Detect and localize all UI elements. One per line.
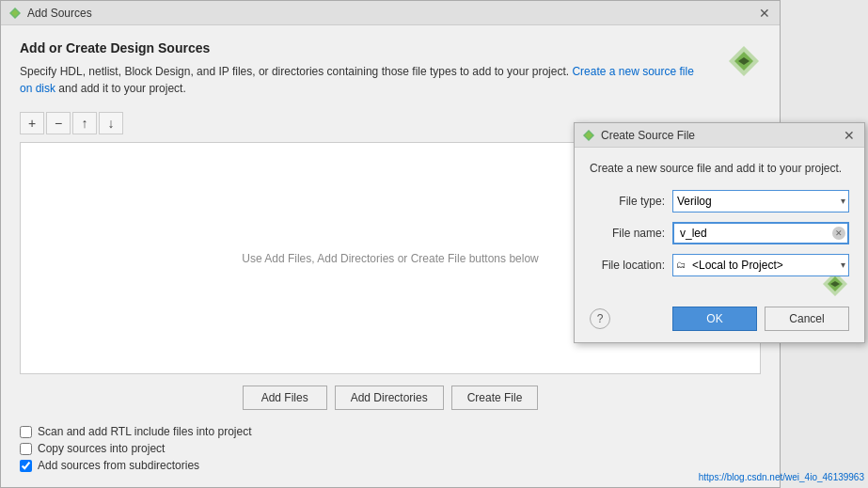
file-name-input[interactable]	[672, 222, 849, 244]
cancel-button[interactable]: Cancel	[765, 307, 849, 331]
copy-sources-checkbox[interactable]	[20, 443, 32, 455]
move-up-toolbar-button[interactable]: ↑	[72, 112, 97, 134]
create-source-dialog: Create Source File ✕ Create a new source…	[574, 122, 865, 343]
file-location-row: File location: <Local to Project> 🗂 ▾	[590, 254, 849, 276]
file-name-input-wrapper: ✕	[672, 222, 849, 244]
copy-sources-label: Copy sources into project	[38, 442, 165, 455]
add-file-toolbar-button[interactable]: +	[20, 112, 44, 134]
file-location-label: File location:	[590, 259, 665, 272]
add-subdirectories-checkbox-row[interactable]: Add sources from subdirectories	[20, 459, 761, 472]
create-source-title: Create Source File	[601, 129, 695, 142]
file-name-row: File name: ✕	[590, 222, 849, 244]
create-source-titlebar: Create Source File ✕	[575, 123, 864, 148]
add-icon: +	[28, 116, 36, 131]
file-list-placeholder: Use Add Files, Add Directories or Create…	[242, 252, 538, 265]
scan-rtl-checkbox-row[interactable]: Scan and add RTL include files into proj…	[20, 425, 761, 438]
scan-rtl-checkbox[interactable]	[20, 426, 32, 438]
create-file-button[interactable]: Create File	[451, 386, 539, 410]
titlebar-left: Add Sources	[8, 7, 92, 20]
file-type-select[interactable]: Verilog VHDL SystemVerilog	[672, 190, 849, 213]
add-directories-button[interactable]: Add Directories	[335, 386, 444, 410]
create-source-close-button[interactable]: ✕	[842, 128, 857, 143]
file-location-select-wrapper: <Local to Project> 🗂 ▾	[672, 254, 849, 276]
add-files-button[interactable]: Add Files	[243, 386, 327, 410]
create-source-footer: ? OK Cancel	[575, 299, 864, 342]
up-arrow-icon: ↑	[82, 116, 88, 131]
vivado-logo-icon	[727, 44, 761, 78]
add-sources-close-button[interactable]: ✕	[757, 6, 772, 21]
copy-sources-checkbox-row[interactable]: Copy sources into project	[20, 442, 761, 455]
add-sources-title: Add Sources	[27, 7, 92, 20]
scan-rtl-label: Scan and add RTL include files into proj…	[38, 425, 251, 438]
add-subdirectories-checkbox[interactable]	[20, 460, 32, 472]
options-checkboxes: Scan and add RTL include files into proj…	[20, 425, 761, 472]
create-source-body: Create a new source file and add it to y…	[575, 148, 864, 299]
create-source-vivado-icon	[582, 129, 595, 142]
add-sources-titlebar: Add Sources ✕	[1, 1, 780, 25]
footer-action-buttons: OK Cancel	[672, 307, 849, 331]
move-down-toolbar-button[interactable]: ↓	[99, 112, 123, 134]
file-type-row: File type: Verilog VHDL SystemVerilog ▾	[590, 190, 849, 213]
remove-file-toolbar-button[interactable]: −	[46, 112, 71, 134]
help-button[interactable]: ?	[590, 308, 610, 329]
create-source-description: Create a new source file and add it to y…	[590, 161, 849, 177]
vivado-small-icon	[8, 7, 22, 20]
file-type-select-wrapper: Verilog VHDL SystemVerilog ▾	[672, 190, 849, 213]
file-type-label: File type:	[590, 195, 665, 208]
create-source-titlebar-left: Create Source File	[582, 129, 695, 142]
ok-button[interactable]: OK	[672, 307, 757, 331]
bottom-buttons: Add Files Add Directories Create File	[20, 386, 761, 410]
add-subdirectories-label: Add sources from subdirectories	[38, 459, 199, 472]
minus-icon: −	[55, 116, 62, 131]
file-name-label: File name:	[590, 227, 665, 240]
file-name-clear-button[interactable]: ✕	[832, 227, 845, 240]
add-sources-description: Specify HDL, netlist, Block Design, and …	[20, 63, 697, 97]
down-arrow-icon: ↓	[108, 116, 115, 131]
file-location-select[interactable]: <Local to Project>	[672, 254, 849, 276]
add-sources-heading: Add or Create Design Sources	[20, 40, 761, 55]
vivado-logo-area	[727, 44, 761, 81]
watermark: https://blog.csdn.net/wei_4io_46139963	[699, 472, 864, 482]
create-link[interactable]: Create a new source file on disk	[20, 65, 694, 95]
